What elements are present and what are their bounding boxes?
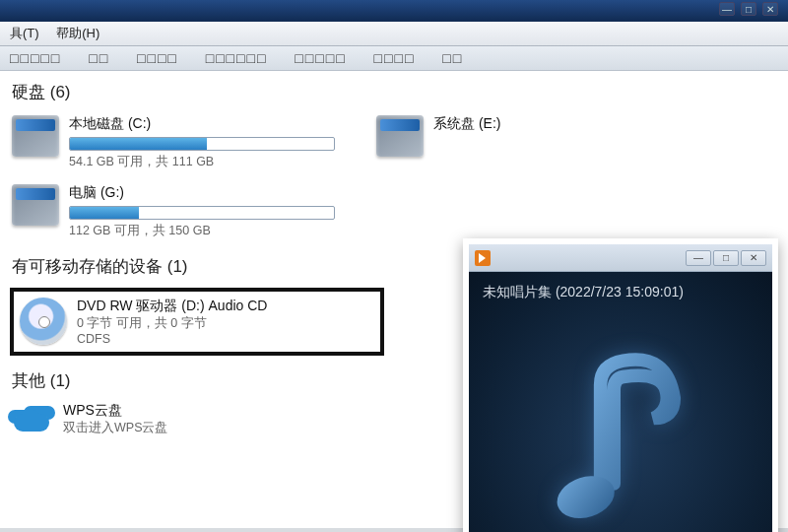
hdd-icon <box>12 115 59 157</box>
player-minimize-button[interactable]: — <box>686 250 711 266</box>
toolbar-item[interactable]: □□□□□ <box>295 50 346 66</box>
player-window-controls: — □ ✕ <box>686 250 766 266</box>
toolbar: □□□□□ □□ □□□□ □□□□□□ □□□□□ □□□□ □□ <box>0 46 788 71</box>
capacity-bar <box>69 206 335 220</box>
drive-subtext: 0 字节 可用，共 0 字节 <box>77 315 267 332</box>
drive-grid: 本地磁盘 (C:) 54.1 GB 可用，共 111 GB 系统盘 (E:) 电… <box>10 113 778 241</box>
drive-label: 本地磁盘 (C:) <box>69 115 353 133</box>
toolbar-item[interactable]: □□□□ <box>374 50 416 66</box>
close-button[interactable]: ✕ <box>762 2 778 16</box>
section-header-hdd: 硬盘 (6) <box>12 81 778 103</box>
media-player-window[interactable]: — □ ✕ 未知唱片集 (2022/7/23 15:09:01) <box>463 238 778 532</box>
wps-title: WPS云盘 <box>63 402 167 420</box>
hdd-icon <box>376 115 424 157</box>
player-body: 未知唱片集 (2022/7/23 15:09:01) <box>469 272 772 532</box>
drive-label: 系统盘 (E:) <box>433 115 668 133</box>
minimize-button[interactable]: — <box>719 2 735 16</box>
drive-item-e[interactable]: 系统盘 (E:) <box>374 113 670 172</box>
drive-item-c[interactable]: 本地磁盘 (C:) 54.1 GB 可用，共 111 GB <box>10 113 355 172</box>
toolbar-item[interactable]: □□□□□□ <box>206 50 268 66</box>
player-titlebar[interactable]: — □ ✕ <box>469 244 772 272</box>
menu-tools[interactable]: 具(T) <box>10 26 39 40</box>
toolbar-item[interactable]: □□ <box>442 50 463 66</box>
drive-subtext: 112 GB 可用，共 150 GB <box>69 223 353 239</box>
drive-item-g[interactable]: 电脑 (G:) 112 GB 可用，共 150 GB <box>10 182 355 241</box>
music-note-icon <box>537 345 704 532</box>
drive-label: DVD RW 驱动器 (D:) Audio CD <box>77 298 267 315</box>
window-controls: — □ ✕ <box>719 2 778 16</box>
window-titlebar: — □ ✕ <box>0 0 788 22</box>
menu-help[interactable]: 帮助(H) <box>56 26 99 40</box>
hdd-icon <box>12 184 59 226</box>
album-title: 未知唱片集 (2022/7/23 15:09:01) <box>483 284 684 301</box>
menubar: 具(T) 帮助(H) <box>0 22 788 46</box>
player-close-button[interactable]: ✕ <box>741 250 766 266</box>
cloud-icon <box>10 402 53 435</box>
player-maximize-button[interactable]: □ <box>713 250 739 266</box>
maximize-button[interactable]: □ <box>741 2 756 16</box>
drive-item-dvd[interactable]: DVD RW 驱动器 (D:) Audio CD 0 字节 可用，共 0 字节 … <box>10 288 384 356</box>
drive-subtext: 54.1 GB 可用，共 111 GB <box>69 154 353 170</box>
capacity-bar <box>69 137 335 151</box>
wps-subtext: 双击进入WPS云盘 <box>63 420 167 436</box>
drive-label: 电脑 (G:) <box>69 184 353 202</box>
toolbar-item[interactable]: □□□□□ <box>10 50 61 66</box>
drive-filesystem: CDFS <box>77 332 267 346</box>
disc-icon <box>20 298 67 345</box>
toolbar-item[interactable]: □□□□ <box>137 50 178 66</box>
play-icon <box>475 250 491 266</box>
explorer-content: 硬盘 (6) 本地磁盘 (C:) 54.1 GB 可用，共 111 GB 系统盘… <box>0 71 788 528</box>
toolbar-item[interactable]: □□ <box>89 50 109 66</box>
